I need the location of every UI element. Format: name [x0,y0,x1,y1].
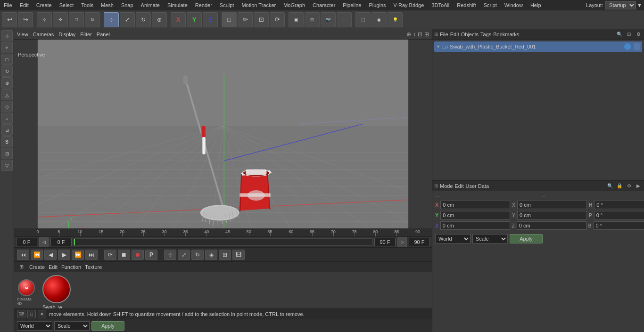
viewport-icon-2[interactable]: ↕ [413,31,416,38]
stop-button[interactable]: ⏹ [118,250,130,260]
attr-menu-mode[interactable]: Mode [440,183,453,189]
next-frame-button[interactable]: ⏩ [72,250,84,260]
status-icon-1[interactable]: 🎬 [17,310,25,318]
scale-select[interactable]: Scale Move Rotate [54,321,90,331]
world-select[interactable]: World Object [17,321,52,331]
status-icon-2[interactable]: □ [27,310,36,318]
objects-menu-edit[interactable]: Edit [450,32,459,37]
menu-snap[interactable]: Snap [117,1,137,9]
coord-x-size[interactable] [517,201,587,209]
status-icon-3[interactable]: ✕ [38,310,46,318]
menu-sculpt[interactable]: Sculpt [216,1,238,9]
keyframe-button[interactable]: ◈ [205,250,217,260]
grid-anim-button[interactable]: ⊞ [219,250,231,260]
playmode-button[interactable]: P [145,250,157,260]
goto-end-button[interactable]: ⏭ [85,250,98,260]
object-row-swab[interactable]: ▼ Lo Swab_with_Plastic_Bucket_Red_001 [434,41,642,52]
timeline-track[interactable] [74,238,372,246]
render-region-button[interactable]: ▣ [289,12,304,27]
objects-filter-icon[interactable]: ⊡ [625,31,633,38]
menu-help[interactable]: Help [527,1,545,9]
next-keyframe[interactable]: ▷ [397,237,407,247]
menu-file[interactable]: File [0,1,16,9]
bottom-menu-texture[interactable]: Texture [85,264,102,270]
tool-move[interactable]: ⟡ [1,42,13,53]
frame-preview-start[interactable] [50,238,72,246]
tool-add[interactable]: ⊕ [1,77,13,89]
object-expand-icon[interactable]: ▼ [436,44,440,49]
material-thumbnail[interactable] [42,275,71,303]
menu-vray[interactable]: V-Ray Bridge [390,1,428,9]
menu-mesh[interactable]: Mesh [97,1,117,9]
timeline-ruler[interactable]: 051015202530354045505560657075808590 [14,228,432,237]
viewport-icon-3[interactable]: ⊡ [418,31,422,38]
viewport-icon-1[interactable]: ⊕ [406,31,411,38]
viewport-menu-cameras[interactable]: Cameras [33,32,54,37]
tool-minus[interactable]: ⊟ [1,148,13,159]
render-picture-button[interactable]: 📷 [321,12,336,27]
menu-select[interactable]: Select [56,1,78,9]
mode-points-button[interactable]: ⊹ [37,12,52,27]
menu-mograph[interactable]: MoGraph [280,1,309,9]
tool-triangle[interactable]: △ [1,89,13,100]
coord-y-size[interactable] [517,211,587,219]
menu-animate[interactable]: Animate [137,1,164,9]
render-anim-button[interactable]: 🎥 [337,12,352,27]
attr-menu-edit[interactable]: Edit [455,183,464,189]
object-color-swatch[interactable] [634,43,640,50]
menu-create[interactable]: Create [33,1,56,9]
menu-character[interactable]: Character [309,1,339,9]
bottom-menu-create[interactable]: Create [29,264,45,270]
layout-select[interactable]: Startup [605,1,636,9]
play-forward-button[interactable]: ▶ [58,250,70,260]
mode-poly-button[interactable]: □ [69,12,84,27]
attr-nav-icon[interactable]: ▶ [635,182,642,190]
record-button[interactable]: ⏺ [132,250,144,260]
objects-menu-tags[interactable]: Tags [480,32,491,37]
coord-h-rot[interactable] [594,201,644,209]
coord-p-rot[interactable] [594,211,644,219]
viewport-menu-display[interactable]: Display [58,32,75,37]
rotate-anim-button[interactable]: ↻ [191,250,204,260]
menu-script[interactable]: Script [480,1,501,9]
menu-tools[interactable]: Tools [77,1,97,9]
axis-z-button[interactable]: Z [203,12,218,27]
prev-frame-button[interactable]: ⏪ [31,250,43,260]
menu-edit[interactable]: Edit [16,1,33,9]
layout-chevron[interactable]: ▼ [637,2,642,8]
rotate-tool-button[interactable]: ↻ [136,12,151,27]
mode-edges-button[interactable]: ✛ [53,12,68,27]
goto-start-button[interactable]: ⏮ [17,250,29,260]
light-button[interactable]: 💡 [388,12,403,27]
coord-x-pos[interactable] [440,201,510,209]
tool-box[interactable]: □ [1,54,13,65]
menu-motion-tracker[interactable]: Motion Tracker [238,1,280,9]
undo-button[interactable]: ↩ [2,12,17,27]
tool-corner[interactable]: ⊿ [1,124,13,136]
move-tool-button[interactable]: ⊹ [104,12,119,27]
objects-menu-file[interactable]: File [440,32,448,37]
bottom-menu-edit[interactable]: Edit [49,264,58,270]
attr-scale-select[interactable]: Scale [472,234,508,243]
attr-apply-button[interactable]: Apply [510,234,543,243]
loop-button[interactable]: ⟳ [104,250,116,260]
prev-keyframe[interactable]: ◁ [39,237,49,247]
play-back-button[interactable]: ◀ [44,250,57,260]
scale-anim-button[interactable]: ⤢ [178,250,190,260]
loop-button[interactable]: ⟳ [270,12,285,27]
attr-world-select[interactable]: World [435,234,471,243]
objects-menu-bookmarks[interactable]: Bookmarks [493,32,519,37]
coord-y-pos[interactable] [440,211,510,219]
object-visibility-dot[interactable] [624,43,631,50]
transform-tool-button[interactable]: ⊕ [152,12,167,27]
viewport-menu-filter[interactable]: Filter [80,32,91,37]
coord-z-size[interactable] [517,221,586,230]
tool-s[interactable]: S [1,136,13,147]
menu-render[interactable]: Render [191,1,216,9]
frame-preview-end[interactable] [374,238,396,246]
apply-button[interactable]: Apply [91,321,124,331]
snap-button[interactable]: ⊡ [254,12,269,27]
attr-settings-icon[interactable]: ⚙ [625,182,633,190]
film-button[interactable]: 🎞 [232,250,245,260]
menu-simulate[interactable]: Simulate [164,1,191,9]
